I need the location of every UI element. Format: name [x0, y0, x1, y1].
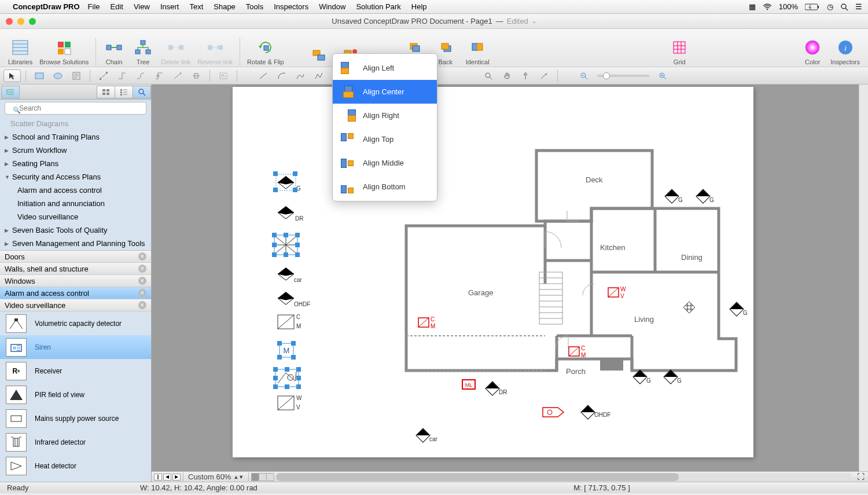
conn4[interactable] — [150, 69, 168, 82]
detector-symbol[interactable]: OHDF — [583, 407, 593, 419]
title-chevron-icon[interactable]: ⌄ — [532, 18, 536, 24]
canvas-area[interactable]: Deck Kitchen Dining Garage Living Porch … — [152, 85, 868, 482]
motion-symbol[interactable]: CM — [568, 346, 580, 357]
close-icon[interactable]: ✕ — [138, 289, 146, 297]
shape-siren[interactable]: Siren — [0, 335, 151, 359]
shape-pir[interactable]: PIR field of view — [0, 383, 151, 406]
detector-symbol[interactable]: G — [635, 372, 645, 383]
lib-walls[interactable]: Walls, shell and structure✕ — [0, 263, 151, 275]
sidebar-tab-list[interactable] — [115, 86, 133, 98]
grid-button[interactable]: Grid — [665, 38, 694, 65]
sel-shape[interactable]: CM — [277, 314, 295, 330]
sidebar-tab-grid[interactable] — [97, 86, 115, 98]
menu-shape[interactable]: Shape — [214, 2, 236, 11]
detector-symbol[interactable]: G — [665, 372, 676, 383]
page-tabs[interactable] — [251, 473, 274, 481]
sel-shape[interactable]: OHDF — [274, 288, 297, 308]
spotlight-icon[interactable] — [840, 3, 848, 11]
align-bottom[interactable]: Align Bottom — [333, 175, 437, 199]
tree-item[interactable]: ▶Seating Plans — [0, 157, 151, 170]
close-icon[interactable]: ✕ — [138, 252, 146, 261]
sel-shape[interactable]: DR — [274, 203, 297, 222]
line-tool[interactable] — [255, 69, 272, 82]
zoom-in[interactable] — [654, 69, 671, 82]
menu-solutionpark[interactable]: Solution Park — [356, 2, 400, 11]
glassbreak-symbol[interactable] — [683, 301, 696, 314]
menu-inspectors[interactable]: Inspectors — [274, 2, 308, 11]
tree-item[interactable]: ▶Seven Management and Planning Tools — [0, 237, 151, 250]
align-right[interactable]: Align Right — [333, 104, 437, 127]
menu-tools[interactable]: Tools — [246, 2, 263, 11]
conn3[interactable] — [132, 69, 149, 82]
sidebar-search-input[interactable] — [5, 102, 146, 115]
expand-icon[interactable]: ⛶ — [854, 472, 868, 481]
inspectors-button[interactable]: iInspectors — [827, 38, 863, 65]
sidebar-tab-tree[interactable] — [1, 86, 20, 98]
battery-icon[interactable] — [805, 3, 820, 10]
tree-subitem[interactable]: Video surveillance — [0, 210, 151, 223]
identical-button[interactable]: Identical — [462, 38, 493, 65]
polyline-tool[interactable] — [310, 69, 328, 82]
sel-shape[interactable] — [273, 367, 301, 389]
zoom-tool[interactable] — [480, 69, 497, 82]
align-button-1[interactable] — [305, 46, 334, 65]
motion-symbol[interactable]: CM — [418, 317, 429, 328]
menu-view[interactable]: View — [134, 2, 150, 11]
tree-item-security[interactable]: ▼Security and Access Plans — [0, 170, 151, 184]
lib-doors[interactable]: Doors✕ — [0, 251, 151, 263]
detector-symbol[interactable]: car — [418, 430, 428, 442]
browse-solutions-button[interactable]: Browse Solutions — [36, 38, 92, 65]
align-center[interactable]: Align Center — [333, 80, 437, 104]
sel-shape[interactable] — [272, 233, 300, 257]
arc-tool[interactable] — [273, 69, 290, 82]
traffic-lights[interactable] — [6, 18, 36, 25]
libraries-button[interactable]: Libraries — [5, 38, 36, 65]
wv-symbol[interactable]: WV — [608, 287, 619, 298]
tree-item[interactable]: ▶Seven Basic Tools of Quality — [0, 223, 151, 237]
sel-shape[interactable]: WV — [277, 395, 295, 411]
detector-symbol[interactable]: G — [731, 304, 742, 316]
camera-symbol[interactable] — [542, 404, 565, 419]
menu-help[interactable]: Help — [411, 2, 427, 11]
tree-item[interactable]: ▶School and Training Plans — [0, 130, 151, 144]
menu-icon[interactable]: ☰ — [855, 2, 862, 11]
detector-symbol[interactable]: DR — [487, 383, 498, 395]
detector-symbol[interactable]: G — [667, 191, 677, 203]
zoom-slider[interactable] — [597, 75, 649, 77]
sel-shape[interactable]: M — [278, 342, 295, 359]
menu-text[interactable]: Text — [189, 2, 203, 11]
zoom-out[interactable] — [575, 69, 593, 82]
control-center-icon[interactable]: ▦ — [749, 2, 756, 11]
lib-video[interactable]: Video surveillance✕ — [0, 299, 151, 311]
tree-button[interactable]: Tree — [128, 38, 157, 65]
text-tool[interactable] — [68, 69, 85, 82]
sidebar-tab-search[interactable] — [133, 86, 151, 98]
close-icon[interactable]: ✕ — [138, 265, 146, 273]
conn5[interactable] — [169, 69, 186, 82]
sel-shape[interactable]: G — [274, 173, 297, 192]
tree-subitem[interactable]: Initiation and annunciation — [0, 197, 151, 210]
shape-receiver[interactable]: RxReceiver — [0, 359, 151, 383]
chain-button[interactable]: Chain — [100, 38, 128, 65]
rect-tool[interactable] — [31, 69, 48, 82]
ml-symbol[interactable]: ML — [462, 379, 476, 390]
close-icon[interactable]: ✕ — [138, 301, 146, 309]
shape-ir[interactable]: Infrared detector — [0, 430, 151, 454]
lib-alarm[interactable]: Alarm and access control✕ — [0, 287, 151, 299]
align-top[interactable]: Align Top — [333, 127, 437, 151]
shape-volumetric[interactable]: Volumetric capacity detector — [0, 311, 151, 335]
page-nav[interactable]: ‖◀▶ — [152, 474, 183, 481]
shape-heat[interactable]: Heat detector — [0, 454, 151, 478]
drawing-canvas[interactable]: Deck Kitchen Dining Garage Living Porch … — [233, 87, 753, 457]
align-middle[interactable]: Align Middle — [333, 151, 437, 175]
menu-window[interactable]: Window — [319, 2, 345, 11]
eyedropper-tool[interactable] — [535, 69, 553, 82]
crop-tool[interactable] — [517, 69, 534, 82]
detector-symbol[interactable]: G — [698, 191, 708, 203]
clock-icon[interactable]: ◷ — [827, 2, 833, 11]
wifi-icon[interactable] — [763, 3, 772, 10]
shape-mains[interactable]: Mains supply power source — [0, 406, 151, 430]
horizontal-scrollbar[interactable] — [276, 473, 851, 481]
tree-subitem[interactable]: Alarm and access control — [0, 184, 151, 197]
close-icon[interactable]: ✕ — [138, 277, 146, 285]
